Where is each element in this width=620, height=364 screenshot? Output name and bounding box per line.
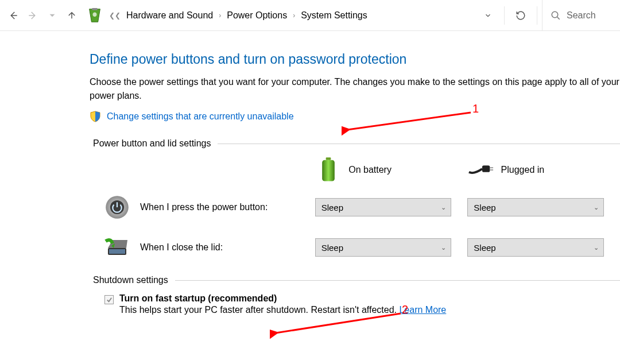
- chevron-down-icon: ⌄: [594, 244, 599, 251]
- close-lid-plugged-value: Sleep: [474, 243, 495, 253]
- refresh-button[interactable]: [509, 4, 532, 27]
- header-on-battery-label: On battery: [348, 165, 392, 175]
- close-lid-plugged-select[interactable]: Sleep ⌄: [467, 238, 604, 257]
- up-button[interactable]: [62, 6, 82, 25]
- row-close-lid-label: When I close the lid:: [140, 242, 223, 253]
- chevron-down-icon: ⌄: [441, 244, 446, 251]
- row-close-lid: When I close the lid: Sleep ⌄ Sleep ⌄: [90, 235, 620, 260]
- header-plugged-in: Plugged in: [468, 157, 620, 183]
- chevron-down-icon: ⌄: [594, 204, 599, 211]
- fast-startup-row: Turn on fast startup (recommended) This …: [90, 293, 620, 315]
- plug-icon: [468, 157, 494, 183]
- column-headers: On battery Plugged in: [90, 157, 620, 183]
- page-title: Define power buttons and turn on passwor…: [90, 52, 620, 67]
- close-lid-battery-value: Sleep: [321, 243, 343, 253]
- breadcrumb-hardware[interactable]: Hardware and Sound: [124, 9, 215, 22]
- svg-rect-6: [490, 169, 493, 171]
- lid-icon: [104, 235, 130, 260]
- power-button-battery-select[interactable]: Sleep ⌄: [315, 198, 452, 216]
- page-description: Choose the power settings that you want …: [90, 75, 620, 103]
- search-box[interactable]: Search: [542, 0, 617, 30]
- power-button-plugged-select[interactable]: Sleep ⌄: [467, 198, 604, 216]
- content-pane: Define power buttons and turn on passwor…: [0, 31, 620, 315]
- fast-startup-help: This helps start your PC faster after sh…: [119, 305, 397, 315]
- recent-dropdown[interactable]: [42, 6, 62, 25]
- power-button-plugged-value: Sleep: [474, 203, 495, 212]
- svg-rect-4: [482, 165, 490, 172]
- fast-startup-label: Turn on fast startup (recommended): [119, 293, 277, 303]
- search-placeholder: Search: [567, 10, 596, 21]
- breadcrumb-system-settings[interactable]: System Settings: [299, 9, 370, 22]
- learn-more-link[interactable]: Learn More: [399, 305, 446, 315]
- search-icon: [551, 10, 561, 21]
- section-shutdown-heading: Shutdown settings: [93, 275, 620, 285]
- back-button[interactable]: [3, 6, 23, 25]
- svg-rect-10: [109, 249, 125, 254]
- header-plugged-in-label: Plugged in: [501, 165, 545, 175]
- svg-rect-0: [92, 7, 97, 10]
- section-shutdown-heading-text: Shutdown settings: [93, 275, 168, 285]
- section-power-heading: Power button and lid settings: [93, 138, 620, 149]
- svg-line-12: [276, 313, 401, 333]
- header-on-battery: On battery: [315, 157, 467, 183]
- chevron-left-icon: ❮❮: [109, 11, 121, 20]
- svg-rect-2: [326, 157, 331, 160]
- chevron-down-icon: ⌄: [441, 204, 446, 211]
- control-panel-icon: [86, 7, 103, 24]
- toolbar: ❮❮ Hardware and Sound › Power Options › …: [0, 0, 620, 31]
- power-button-battery-value: Sleep: [321, 203, 343, 212]
- chevron-right-icon: ›: [219, 11, 221, 20]
- change-unavailable-link[interactable]: Change settings that are currently unava…: [107, 111, 294, 122]
- forward-button[interactable]: [23, 6, 42, 25]
- row-power-button: When I press the power button: Sleep ⌄ S…: [90, 195, 620, 220]
- breadcrumb-power-options[interactable]: Power Options: [224, 9, 289, 22]
- address-dropdown[interactable]: [476, 4, 499, 27]
- close-lid-battery-select[interactable]: Sleep ⌄: [315, 238, 452, 257]
- shield-icon: [90, 111, 101, 122]
- battery-icon: [315, 157, 342, 183]
- svg-rect-3: [322, 160, 335, 181]
- section-power-heading-text: Power button and lid settings: [93, 138, 211, 149]
- chevron-right-icon: ›: [293, 11, 295, 20]
- svg-rect-5: [490, 167, 493, 168]
- row-power-button-label: When I press the power button:: [140, 202, 268, 212]
- fast-startup-checkbox[interactable]: [104, 295, 114, 304]
- svg-point-1: [552, 11, 558, 18]
- power-button-icon: [104, 195, 130, 220]
